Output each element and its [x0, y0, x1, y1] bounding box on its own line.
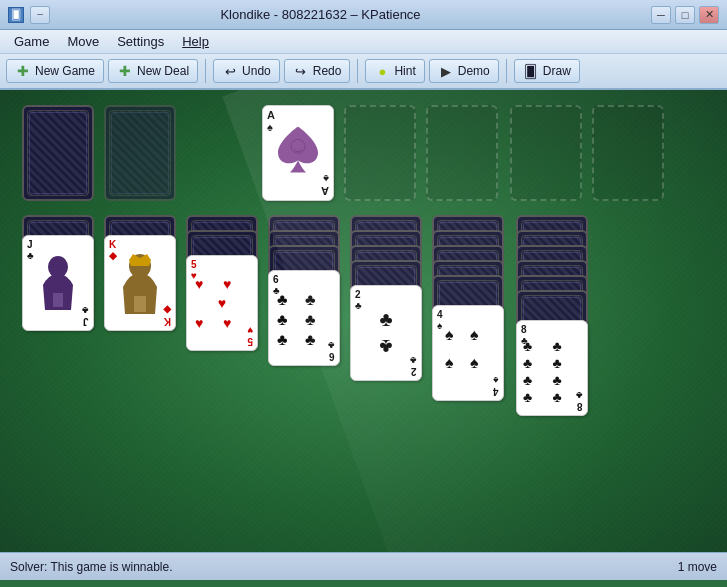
tableau-column-5[interactable]: 2♣ 2♣ ♣ ♣ — [350, 215, 422, 311]
menu-bar: Game Move Settings Help — [0, 30, 727, 54]
redo-icon: ↪ — [293, 63, 309, 79]
minimize-button[interactable]: ─ — [651, 6, 671, 24]
tableau-column-3[interactable]: 5♥ 5♥ ♥♥ ♥ ♥♥ — [186, 215, 258, 311]
undo-icon: ↩ — [222, 63, 238, 79]
close-button[interactable]: ✕ — [699, 6, 719, 24]
hearts-pips: ♥♥ ♥ ♥♥ — [193, 274, 251, 334]
separator-3 — [506, 59, 507, 83]
menu-settings[interactable]: Settings — [109, 32, 172, 51]
card-king-diamonds[interactable]: K◆ K◆ — [104, 235, 176, 331]
tableau-column-7[interactable]: 8♣ 8♣ ♣♣ ♣♣ ♣♣ ♣♣ — [516, 215, 588, 311]
undo-label: Undo — [242, 64, 271, 78]
clubs-pips: ♣♣ ♣♣ ♣♣ — [275, 289, 333, 349]
minimize-button[interactable]: ─ — [30, 6, 50, 24]
menu-help[interactable]: Help — [174, 32, 217, 51]
title-left: 🂠 ─ — [8, 6, 50, 24]
card-2-clubs[interactable]: 2♣ 2♣ ♣ ♣ — [350, 285, 422, 381]
ace-rank-bottom: A♠ — [321, 173, 329, 197]
demo-label: Demo — [458, 64, 490, 78]
toolbar: ✚ New Game ✚ New Deal ↩ Undo ↪ Redo ● Hi… — [0, 54, 727, 90]
card-8-clubs[interactable]: 8♣ 8♣ ♣♣ ♣♣ ♣♣ ♣♣ — [516, 320, 588, 416]
separator-1 — [205, 59, 206, 83]
game-area[interactable]: A♠ A♠ — [0, 90, 727, 552]
tableau-column-6[interactable] — [432, 215, 504, 311]
menu-game[interactable]: Game — [6, 32, 57, 51]
new-game-icon: ✚ — [15, 63, 31, 79]
demo-icon: ▶ — [438, 63, 454, 79]
hint-icon: ● — [374, 63, 390, 79]
jack-figure — [31, 254, 85, 314]
card-6-clubs[interactable]: 6♣ 6♣ ♣♣ ♣♣ ♣♣ — [268, 270, 340, 366]
hint-button[interactable]: ● Hint — [365, 59, 424, 83]
solver-message: Solver: This game is winnable. — [10, 560, 173, 574]
new-deal-button[interactable]: ✚ New Deal — [108, 59, 198, 83]
draw-icon: 🂠 — [523, 63, 539, 79]
draw-label: Draw — [543, 64, 571, 78]
hint-label: Hint — [394, 64, 415, 78]
new-deal-icon: ✚ — [117, 63, 133, 79]
redo-label: Redo — [313, 64, 342, 78]
title-bar: 🂠 ─ Klondike - 808221632 – KPatience ─ □… — [0, 0, 727, 30]
clubs-8-pips: ♣♣ ♣♣ ♣♣ ♣♣ — [522, 337, 582, 402]
new-game-label: New Game — [35, 64, 95, 78]
svg-rect-3 — [53, 293, 63, 307]
move-count: 1 move — [678, 560, 717, 574]
window-title: Klondike - 808221632 – KPatience — [50, 7, 591, 22]
menu-move[interactable]: Move — [59, 32, 107, 51]
undo-button[interactable]: ↩ Undo — [213, 59, 280, 83]
king-figure — [111, 252, 169, 316]
draw-button[interactable]: 🂠 Draw — [514, 59, 580, 83]
tableau-column-4[interactable]: 6♣ 6♣ ♣♣ ♣♣ ♣♣ — [268, 215, 340, 311]
new-game-button[interactable]: ✚ New Game — [6, 59, 104, 83]
tableau-column-2[interactable]: K◆ K◆ — [104, 215, 176, 311]
new-deal-label: New Deal — [137, 64, 189, 78]
demo-button[interactable]: ▶ Demo — [429, 59, 499, 83]
maximize-button[interactable]: □ — [675, 6, 695, 24]
window-controls: ─ □ ✕ — [651, 6, 719, 24]
redo-button[interactable]: ↪ Redo — [284, 59, 351, 83]
app-icon: 🂠 — [8, 7, 24, 23]
card-jack-clubs[interactable]: J♣ J♣ — [22, 235, 94, 331]
separator-2 — [357, 59, 358, 83]
svg-rect-5 — [134, 296, 146, 312]
status-bar: Solver: This game is winnable. 1 move — [0, 552, 727, 580]
card-5-hearts[interactable]: 5♥ 5♥ ♥♥ ♥ ♥♥ — [186, 255, 258, 351]
tableau-column-1[interactable]: J♣ J♣ — [22, 215, 94, 311]
